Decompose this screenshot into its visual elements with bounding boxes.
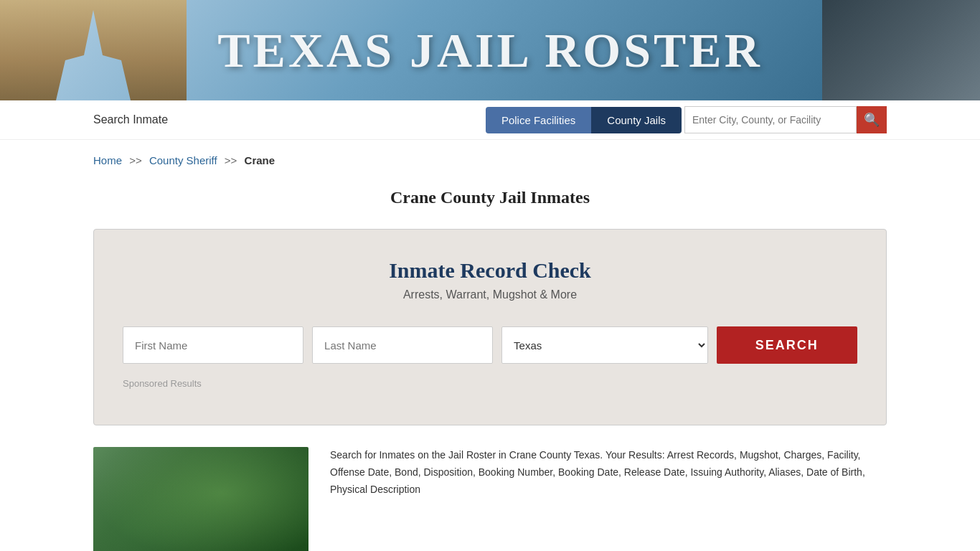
facility-search-input[interactable] [684, 106, 857, 133]
breadcrumb-current: Crane [245, 154, 275, 166]
breadcrumb-sep-2: >> [225, 154, 237, 166]
key-image [822, 0, 980, 100]
record-search-button[interactable]: SEARCH [717, 326, 857, 364]
breadcrumb-county-sheriff[interactable]: County Sheriff [149, 154, 217, 166]
search-icon: 🔍 [864, 112, 880, 128]
header-banner: Texas Jail Roster [0, 0, 980, 100]
sponsored-results-label: Sponsored Results [123, 378, 857, 389]
last-name-input[interactable] [312, 326, 493, 364]
bottom-section: Search for Inmates on the Jail Roster in… [93, 447, 887, 551]
breadcrumb-home[interactable]: Home [93, 154, 122, 166]
record-check-form: AlabamaAlaskaArizonaArkansas CaliforniaC… [123, 326, 857, 364]
state-select[interactable]: AlabamaAlaskaArizonaArkansas CaliforniaC… [501, 326, 708, 364]
county-jails-button[interactable]: County Jails [591, 107, 682, 133]
county-description: Search for Inmates on the Jail Roster in… [330, 447, 887, 498]
record-check-subtitle: Arrests, Warrant, Mugshot & More [123, 288, 857, 301]
nav-buttons: Police Facilities County Jails 🔍 [486, 106, 887, 133]
breadcrumb-sep-1: >> [129, 154, 142, 166]
county-image [93, 447, 308, 551]
police-facilities-button[interactable]: Police Facilities [486, 107, 591, 133]
facility-search-button[interactable]: 🔍 [857, 106, 887, 133]
facility-search-wrap: 🔍 [684, 106, 887, 133]
breadcrumb: Home >> County Sheriff >> Crane [0, 140, 980, 174]
site-title: Texas Jail Roster [217, 22, 763, 79]
page-title: Crane County Jail Inmates [0, 188, 980, 207]
first-name-input[interactable] [123, 326, 303, 364]
record-check-section: Inmate Record Check Arrests, Warrant, Mu… [93, 229, 887, 425]
record-check-title: Inmate Record Check [123, 258, 857, 283]
capitol-image [0, 0, 187, 100]
search-inmate-label: Search Inmate [93, 113, 168, 126]
navigation-bar: Search Inmate Police Facilities County J… [0, 100, 980, 140]
